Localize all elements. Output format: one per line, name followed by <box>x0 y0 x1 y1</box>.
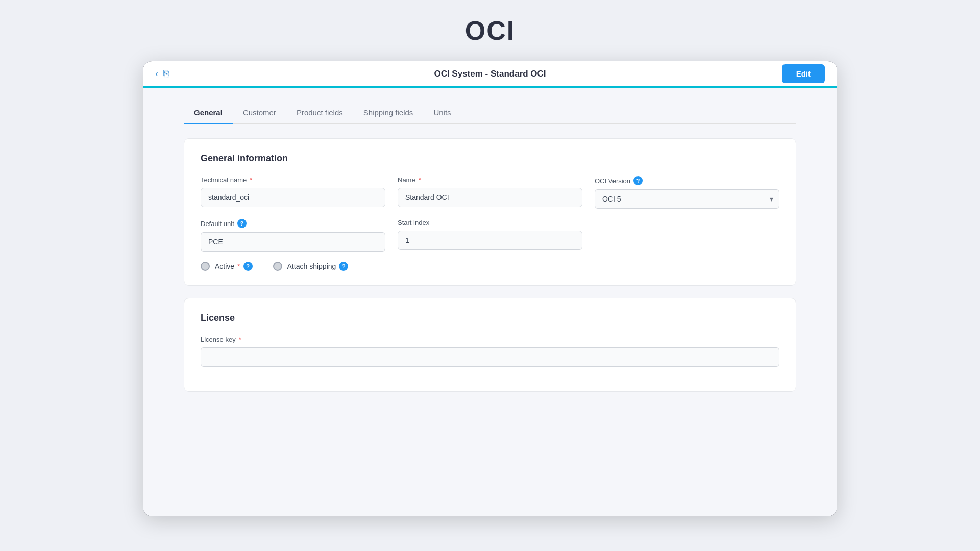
attach-shipping-toggle[interactable] <box>273 262 282 271</box>
inner-content: General Customer Product fields Shipping… <box>143 88 837 418</box>
oci-version-group: OCI Version ? OCI 5 OCI 4 OCI 3 ▾ <box>595 176 779 209</box>
active-toggle-group: Active * ? <box>201 262 253 271</box>
tab-customer[interactable]: Customer <box>233 102 286 124</box>
form-row-1: Technical name * Name * <box>201 176 779 209</box>
browser-title: OCI System - Standard OCI <box>434 69 546 79</box>
oci-version-select[interactable]: OCI 5 OCI 4 OCI 3 <box>595 189 779 209</box>
default-unit-help-icon[interactable]: ? <box>237 219 247 228</box>
attach-shipping-toggle-group: Attach shipping ? <box>273 262 349 271</box>
technical-name-required: * <box>250 176 252 184</box>
attach-shipping-help-icon[interactable]: ? <box>339 262 348 271</box>
tab-general[interactable]: General <box>184 102 233 124</box>
active-help-icon[interactable]: ? <box>243 262 253 271</box>
browser-frame: ‹ ⎘ OCI System - Standard OCI Edit Gener… <box>143 61 837 516</box>
oci-version-select-wrapper: OCI 5 OCI 4 OCI 3 ▾ <box>595 189 779 209</box>
browser-header: ‹ ⎘ OCI System - Standard OCI Edit <box>143 61 837 88</box>
tab-shipping-fields[interactable]: Shipping fields <box>353 102 424 124</box>
default-unit-label: Default unit ? <box>201 219 385 228</box>
tabs-bar: General Customer Product fields Shipping… <box>184 102 796 124</box>
start-index-label: Start index <box>398 219 582 227</box>
active-toggle[interactable] <box>201 262 210 271</box>
copy-icon[interactable]: ⎘ <box>163 68 169 79</box>
license-key-label: License key * <box>201 336 779 343</box>
license-title: License <box>201 313 779 323</box>
browser-content: General Customer Product fields Shipping… <box>143 88 837 516</box>
license-key-group: License key * <box>201 336 779 367</box>
technical-name-label: Technical name * <box>201 176 385 184</box>
page-title: OCI <box>465 15 515 46</box>
back-button[interactable]: ‹ <box>155 68 158 79</box>
toggle-row: Active * ? Attach shipping ? <box>201 262 779 271</box>
name-label: Name * <box>398 176 582 184</box>
start-index-input[interactable] <box>398 231 582 250</box>
license-card: License License key * <box>184 298 796 392</box>
spacer-group <box>595 219 779 252</box>
name-input[interactable] <box>398 188 582 207</box>
name-group: Name * <box>398 176 582 209</box>
oci-version-help-icon[interactable]: ? <box>633 176 643 185</box>
technical-name-input[interactable] <box>201 188 385 207</box>
license-key-required: * <box>239 336 241 343</box>
default-unit-input[interactable] <box>201 232 385 252</box>
attach-shipping-label: Attach shipping ? <box>287 262 349 271</box>
form-row-2: Default unit ? Start index <box>201 219 779 252</box>
license-form-row: License key * <box>201 336 779 367</box>
edit-button[interactable]: Edit <box>782 64 825 83</box>
tab-units[interactable]: Units <box>423 102 461 124</box>
license-key-input[interactable] <box>201 347 779 367</box>
technical-name-group: Technical name * <box>201 176 385 209</box>
start-index-group: Start index <box>398 219 582 252</box>
general-information-card: General information Technical name * Nam… <box>184 138 796 286</box>
default-unit-group: Default unit ? <box>201 219 385 252</box>
active-label: Active * ? <box>215 262 253 271</box>
oci-version-label: OCI Version ? <box>595 176 779 185</box>
tab-product-fields[interactable]: Product fields <box>286 102 353 124</box>
active-required: * <box>237 262 240 270</box>
name-required: * <box>419 176 421 184</box>
general-information-title: General information <box>201 153 779 164</box>
